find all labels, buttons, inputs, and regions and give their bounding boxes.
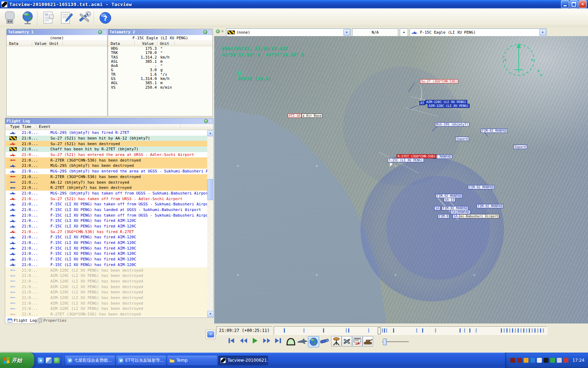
log-row[interactable]: 21:0...F-15C (LI XU PENG) has fired AIM-… (6, 234, 207, 240)
column-type[interactable]: Type (10, 124, 20, 129)
close-icon[interactable]: × (209, 30, 211, 34)
log-row[interactable]: 21:0...F-15C (LI XU PENG) has taken off … (6, 202, 207, 207)
free-camera-button[interactable] (319, 336, 330, 347)
minimize-button[interactable] (561, 0, 569, 8)
log-row[interactable]: 21:0...Su-27 (3GO*CHN-536) has fired R-2… (6, 229, 207, 234)
tray-icon-2[interactable] (517, 358, 522, 363)
column-time[interactable]: Time (22, 124, 31, 129)
column-data[interactable]: Data (111, 41, 120, 46)
log-row[interactable]: 21:0...Su-27 (521) has taken off from UR… (6, 196, 207, 202)
close-icon[interactable]: × (209, 120, 212, 123)
flight-log-titlebar[interactable]: Flight Log × (5, 118, 213, 124)
tray-icon-8[interactable] (557, 358, 562, 363)
log-row[interactable]: 21:0...F-15C (LI XU PENG) has fired AIM-… (6, 257, 207, 262)
log-row[interactable]: 21:0...MiG-29S (bhjmty7) has entered the… (6, 169, 207, 174)
log-row[interactable]: 21:0...R-27ET (bhjmty7) has been destroy… (6, 185, 207, 191)
online-database-button[interactable] (20, 10, 36, 26)
show-stands-button[interactable] (331, 336, 342, 347)
map-object-label[interactable]: FIM-92 MANPAD (481, 129, 507, 133)
map-object-label[interactable]: SA-15 (444, 198, 455, 202)
column-unit[interactable]: Unit (49, 41, 59, 46)
scroll-down-button[interactable]: ▼ (207, 311, 214, 317)
zoom-slider-thumb[interactable] (383, 339, 387, 345)
map-object-label[interactable]: MiG-29S (bhjmty7) (435, 122, 469, 127)
log-row[interactable]: 21:0...R-27ER (3GO*CHN-536) has been des… (6, 157, 207, 163)
telemetry-row[interactable]: TRK178.0° (108, 51, 212, 55)
skip-to-start-button[interactable] (227, 336, 236, 345)
column-value[interactable]: Value (35, 41, 46, 46)
close-button[interactable]: × (579, 0, 587, 8)
object1-combo[interactable]: (none) ▼ (226, 28, 351, 36)
add-object-button[interactable]: + (400, 28, 408, 36)
map-object-label[interactable]: Gepard (513, 145, 527, 149)
map-object-label[interactable]: SA (434, 206, 440, 210)
taskbar-task-item[interactable]: Temp (167, 356, 217, 365)
fast-forward-button[interactable] (262, 336, 271, 345)
log-row[interactable]: 21:0...AIM-120C (LI XU PENG) has been de… (6, 279, 207, 284)
distance-indicator[interactable]: N/A (352, 28, 398, 36)
report-button[interactable] (41, 10, 57, 26)
map-object-label[interactable]: a Air Base (301, 114, 322, 118)
taskbar-task-active[interactable]: Tacview-20100621... (218, 356, 268, 365)
log-row[interactable]: 21:0...F-15C (LI XU PENG) has taken off … (6, 212, 207, 218)
column-data[interactable]: Data (9, 41, 19, 46)
cockpit-view-button[interactable] (286, 336, 296, 347)
open-file-button[interactable] (2, 10, 18, 26)
aircraft-view-button[interactable] (297, 336, 308, 347)
map-3d-view[interactable]: 2004/06/23, 21:09:27.93Z 42°59'24.63" N … (214, 36, 588, 323)
telemetry-row[interactable]: AGL385.1m (108, 81, 212, 85)
maximize-button[interactable] (570, 0, 578, 8)
tray-icon-4[interactable] (530, 358, 535, 363)
log-row[interactable]: 21:0...R-27ER (3GO*CHN-536) has been des… (6, 174, 207, 180)
log-row[interactable]: 21:0...F-15C (LI XU PENG) has landed at … (6, 207, 207, 213)
map-object-label[interactable]: FIM-92 MANPAD (477, 204, 503, 208)
taskbar-task-item[interactable]: e七星彩综合走势图... (65, 356, 115, 365)
telemetry1-titlebar[interactable]: Telemetry 1 × (7, 29, 107, 35)
column-unit[interactable]: Unit (160, 41, 169, 46)
log-row[interactable]: 21:0...AA-12 (bhjmty7) has been destroye… (6, 179, 207, 185)
tray-icon-7[interactable] (550, 358, 555, 363)
tray-icon-1[interactable] (510, 358, 515, 363)
log-row[interactable]: 21:0...F-15C (LI XU PENG) has fired AIM-… (6, 262, 207, 268)
map-object-label[interactable]: mi-Babusheri Airport (459, 214, 499, 218)
map-object-label[interactable]: FIM-92 MANPAD (468, 185, 495, 189)
pin-icon[interactable] (203, 30, 207, 34)
log-row[interactable]: 21:0...AIM-120C (LI XU PENG) has been de… (6, 306, 207, 312)
map-object-label[interactable]: Su-27 (3GO*CHN-536) (420, 79, 458, 83)
tray-icon-6[interactable] (544, 358, 548, 363)
pin-icon[interactable] (216, 29, 220, 33)
timeline-cursor[interactable] (378, 327, 381, 334)
skip-to-end-button[interactable] (274, 336, 283, 345)
log-row[interactable]: 21:0...F-15C (LI XU PENG) has fired AIM-… (6, 218, 207, 224)
log-row[interactable]: 21:0...AIM-120C (LI XU PENG) has been de… (6, 289, 207, 295)
show-labels-button[interactable] (352, 336, 363, 347)
log-row[interactable]: 21:0...Su-27 (521) has entered the area … (6, 152, 207, 158)
scroll-up-button[interactable]: ▲ (207, 130, 214, 136)
log-row[interactable]: 21:0...AIM-120C (LI XU PENG) has been de… (6, 267, 207, 273)
tab-properties[interactable]: Properties (35, 318, 69, 323)
pin-icon[interactable] (204, 119, 208, 123)
quicklaunch-show-desktop-icon[interactable] (46, 357, 52, 363)
start-button[interactable]: 开始 (0, 353, 34, 368)
tab-flight-log[interactable]: Flight Log (5, 318, 40, 324)
tray-icon-5[interactable] (537, 358, 542, 363)
log-row[interactable]: 21:0...AIM-120C (LI XU PENG) has been de… (6, 295, 207, 301)
log-row[interactable]: 21:0...AIM-120C (LI XU PENG) has been de… (6, 300, 207, 306)
log-row[interactable]: 21:0...F-15C (LI XU PENG) has fired AIM-… (6, 240, 207, 246)
scrollbar-thumb[interactable] (207, 179, 214, 200)
play-button[interactable] (251, 336, 260, 345)
tray-icon-3[interactable] (524, 358, 528, 363)
map-object-label[interactable]: FIM-9 (438, 214, 449, 218)
tray-icon-9[interactable] (564, 358, 568, 363)
map-object-label[interactable]: AIM-120C (LI XU PENG) (425, 100, 467, 104)
close-icon[interactable]: × (103, 30, 106, 34)
map-object-label[interactable]: MANPAD (457, 210, 470, 214)
map-object-label[interactable]: AIM-120C (LI XU PENG) (428, 104, 470, 108)
pin-icon[interactable] (98, 30, 102, 34)
column-value[interactable]: Value (142, 41, 154, 46)
notes-button[interactable] (58, 10, 75, 26)
log-row[interactable]: 21:0...F-15C (LI XU PENG) has fired AIM-… (6, 245, 207, 251)
log-row[interactable]: 21:0...MiG-29S (bhjmty7) has fired R-27E… (6, 130, 207, 136)
world-view-button[interactable] (308, 336, 319, 347)
quicklaunch-media-icon[interactable] (54, 357, 60, 363)
